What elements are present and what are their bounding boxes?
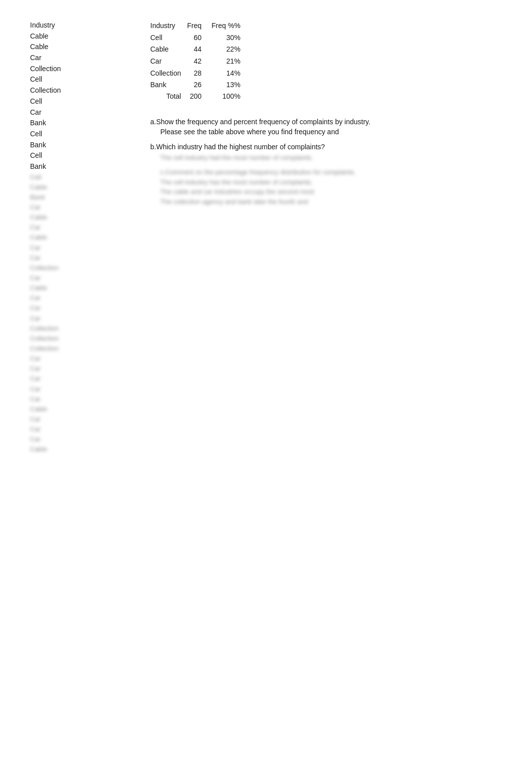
answer-b-sub2: The cell industry has the most number of…	[160, 177, 502, 187]
row-industry-car: Car	[150, 56, 187, 68]
question-b-block: b.Which industry had the highest number …	[150, 143, 502, 207]
left-item-car2: Car	[30, 107, 130, 118]
table-header-industry: Industry	[150, 20, 187, 32]
left-item-cable2: Cable	[30, 42, 130, 53]
total-freq: 200	[187, 91, 211, 103]
row-freq-car: 42	[187, 56, 211, 68]
left-item-bank1: Bank	[30, 118, 130, 129]
left-blurred-items: CellCableBankCarCableCarCableCarCarColle…	[30, 172, 130, 455]
answer-a-text: Please see the table above where you fin…	[160, 128, 502, 136]
total-label: Total	[150, 91, 187, 103]
answer-b-sub4: The collection agency and bank take the …	[160, 197, 502, 207]
question-b-text: b.Which industry had the highest number …	[150, 143, 502, 151]
row-pct-bank: 13%	[211, 79, 246, 91]
row-freq-bank: 26	[187, 79, 211, 91]
total-pct: 100%	[211, 91, 246, 103]
row-freq-cell: 60	[187, 32, 211, 44]
table-row: Cell 60 30%	[150, 32, 246, 44]
page-content: Industry Cable Cable Car Collection Cell…	[0, 0, 532, 475]
row-pct-cable: 22%	[211, 44, 246, 56]
table-row-total: Total 200 100%	[150, 91, 246, 103]
left-item-cell1: Cell	[30, 74, 130, 85]
question-a-label: a.	[150, 118, 156, 126]
table-section: Industry Freq Freq %% Cell 60 30% Cable …	[150, 20, 502, 103]
table-row: Bank 26 13%	[150, 79, 246, 91]
left-item-collection2: Collection	[30, 85, 130, 96]
table-header-freq: Freq	[187, 20, 211, 32]
question-b-label: b.	[150, 143, 156, 151]
row-industry-bank: Bank	[150, 79, 187, 91]
row-industry-collection: Collection	[150, 68, 187, 80]
answer-b-sub1: c.Comment on the percentage frequency di…	[160, 167, 502, 177]
row-industry-cable: Cable	[150, 44, 187, 56]
left-item-cell2: Cell	[30, 96, 130, 107]
table-row: Car 42 21%	[150, 56, 246, 68]
left-item-industry: Industry	[30, 20, 130, 31]
question-a-block: a.Show the frequency and percent frequen…	[150, 118, 502, 136]
left-item-car1: Car	[30, 53, 130, 64]
right-column: Industry Freq Freq %% Cell 60 30% Cable …	[150, 20, 502, 455]
row-pct-collection: 14%	[211, 68, 246, 80]
frequency-table: Industry Freq Freq %% Cell 60 30% Cable …	[150, 20, 246, 103]
answer-b-blurred: The cell industry had the most number of…	[160, 153, 502, 163]
row-freq-collection: 28	[187, 68, 211, 80]
left-item-cable1: Cable	[30, 31, 130, 42]
row-freq-cable: 44	[187, 44, 211, 56]
question-b-body: Which industry had the highest number of…	[156, 143, 325, 151]
left-item-cell4: Cell	[30, 150, 130, 161]
left-item-bank3: Bank	[30, 161, 130, 172]
table-row: Collection 28 14%	[150, 68, 246, 80]
answer-b-sub3: The cable and car industries occupy the …	[160, 187, 502, 197]
question-a-text: a.Show the frequency and percent frequen…	[150, 118, 502, 126]
question-a-body: Show the frequency and percent frequency…	[156, 118, 371, 126]
left-item-cell3: Cell	[30, 129, 130, 140]
row-pct-cell: 30%	[211, 32, 246, 44]
table-header-pct: Freq %%	[211, 20, 246, 32]
table-row: Cable 44 22%	[150, 44, 246, 56]
row-pct-car: 21%	[211, 56, 246, 68]
left-column: Industry Cable Cable Car Collection Cell…	[30, 20, 130, 455]
left-item-collection1: Collection	[30, 64, 130, 75]
row-industry-cell: Cell	[150, 32, 187, 44]
questions-section: a.Show the frequency and percent frequen…	[150, 118, 502, 207]
left-item-bank2: Bank	[30, 140, 130, 151]
